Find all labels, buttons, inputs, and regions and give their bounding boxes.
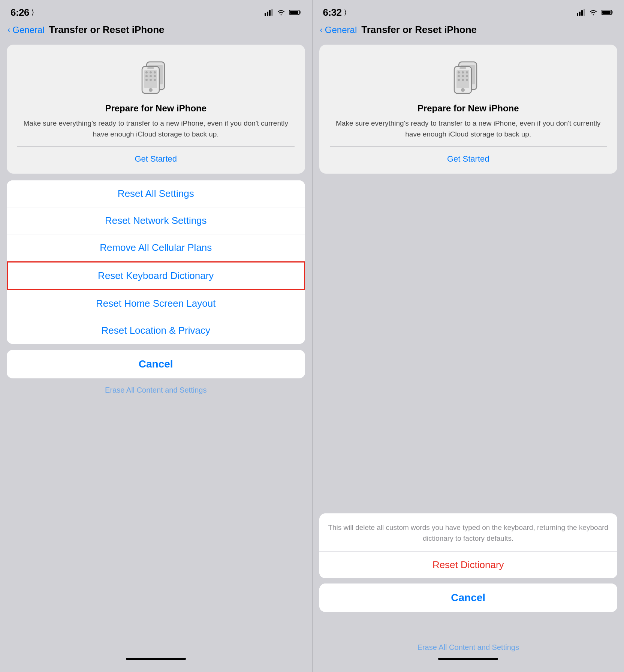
iphone-transfer-icon-left [135, 55, 177, 96]
chevron-left-icon-left: ‹ [7, 25, 10, 35]
get-started-button-right[interactable]: Get Started [447, 153, 489, 165]
status-time-right: 6:32 [323, 7, 342, 18]
svg-point-15 [145, 75, 148, 77]
reset-location-privacy-item[interactable]: Reset Location & Privacy [7, 317, 305, 344]
svg-point-14 [154, 71, 156, 74]
wifi-icon-right [589, 9, 598, 16]
dialog-cancel-wrap: Cancel [319, 584, 618, 612]
home-indicator-right [438, 658, 498, 660]
dialog-message-right: This will delete all custom words you ha… [319, 513, 618, 551]
svg-point-21 [149, 88, 153, 92]
svg-point-41 [458, 79, 460, 81]
svg-point-36 [462, 71, 464, 74]
home-indicator-left [126, 658, 186, 660]
svg-point-39 [462, 75, 464, 77]
prepare-desc-left: Make sure everything's ready to transfer… [17, 118, 295, 140]
battery-icon-right [602, 9, 614, 15]
status-icons-left [265, 9, 301, 16]
phone-icon-group-left [135, 55, 177, 96]
cancel-button-left[interactable]: Cancel [7, 350, 305, 378]
reset-dictionary-button[interactable]: Reset Dictionary [319, 552, 618, 578]
right-phone-panel: 6:32 ⟩ [313, 0, 624, 672]
svg-point-44 [461, 88, 465, 92]
svg-rect-25 [581, 10, 583, 16]
dialog-area-right: This will delete all custom words you ha… [319, 513, 618, 612]
dialog-card-right: This will delete all custom words you ha… [319, 513, 618, 578]
nav-bar-left: ‹ General Transfer or Reset iPhone [0, 21, 312, 41]
reset-options-list-left: Reset All Settings Reset Network Setting… [7, 180, 305, 344]
bottom-hint-left[interactable]: Erase All Content and Settings [0, 384, 312, 396]
back-label-right: General [325, 25, 357, 35]
svg-point-42 [462, 79, 464, 81]
prepare-desc-right: Make sure everything's ready to transfer… [330, 118, 607, 140]
svg-rect-2 [269, 10, 271, 16]
phones-container: 6:26 ⟩ [0, 0, 624, 672]
get-started-button-left[interactable]: Get Started [135, 153, 177, 165]
svg-rect-24 [579, 12, 581, 16]
prepare-card-left: Prepare for New iPhone Make sure everyth… [7, 45, 305, 174]
back-button-left[interactable]: ‹ General [7, 25, 45, 35]
svg-rect-6 [290, 11, 298, 14]
prepare-card-right: Prepare for New iPhone Make sure everyth… [319, 45, 618, 174]
svg-point-17 [154, 75, 156, 77]
svg-point-16 [150, 75, 152, 77]
svg-rect-5 [300, 11, 301, 14]
svg-rect-1 [267, 12, 268, 16]
left-phone-panel: 6:26 ⟩ [0, 0, 312, 672]
location-icon-right: ⟩ [344, 8, 347, 16]
status-icons-right [577, 9, 614, 16]
signal-icon-left [265, 9, 273, 16]
prepare-title-right: Prepare for New iPhone [417, 103, 519, 114]
svg-rect-3 [271, 9, 273, 16]
divider-right [330, 146, 607, 147]
location-icon-left: ⟩ [31, 8, 34, 16]
status-bar-right: 6:32 ⟩ [313, 0, 624, 21]
back-button-right[interactable]: ‹ General [320, 25, 357, 35]
svg-rect-45 [459, 67, 466, 69]
svg-rect-23 [577, 13, 578, 16]
reset-all-settings-item[interactable]: Reset All Settings [7, 180, 305, 207]
page-title-right: Transfer or Reset iPhone [361, 24, 477, 36]
svg-point-13 [150, 71, 152, 74]
status-bar-left: 6:26 ⟩ [0, 0, 312, 21]
status-time-left: 6:26 [10, 7, 29, 18]
svg-rect-28 [612, 11, 613, 14]
divider-left [17, 146, 295, 147]
cancel-button-right[interactable]: Cancel [319, 584, 618, 612]
svg-point-38 [458, 75, 460, 77]
phone-icon-group-right [447, 55, 489, 96]
back-label-left: General [12, 25, 44, 35]
svg-point-35 [458, 71, 460, 74]
svg-point-40 [466, 75, 468, 77]
svg-point-19 [150, 79, 152, 81]
svg-point-18 [145, 79, 148, 81]
svg-rect-0 [265, 13, 266, 16]
prepare-title-left: Prepare for New iPhone [105, 103, 207, 114]
svg-point-20 [154, 79, 156, 81]
svg-rect-29 [602, 11, 611, 14]
wifi-icon-left [277, 9, 286, 16]
svg-rect-26 [584, 9, 585, 16]
page-title-left: Transfer or Reset iPhone [49, 24, 165, 36]
bottom-hint-right[interactable]: Erase All Content and Settings [313, 642, 624, 653]
nav-bar-right: ‹ General Transfer or Reset iPhone [313, 21, 624, 41]
svg-point-12 [145, 71, 148, 74]
reset-home-screen-item[interactable]: Reset Home Screen Layout [7, 290, 305, 317]
svg-rect-22 [147, 67, 154, 69]
chevron-left-icon-right: ‹ [320, 25, 323, 35]
svg-point-37 [466, 71, 468, 74]
reset-network-settings-item[interactable]: Reset Network Settings [7, 207, 305, 234]
remove-all-cellular-item[interactable]: Remove All Cellular Plans [7, 234, 305, 261]
battery-icon-left [289, 9, 301, 15]
cancel-btn-wrap-left: Cancel [7, 350, 305, 378]
iphone-transfer-icon-right [447, 55, 489, 96]
signal-icon-right [577, 9, 585, 16]
svg-point-43 [466, 79, 468, 81]
reset-keyboard-dictionary-item[interactable]: Reset Keyboard Dictionary [7, 261, 305, 290]
